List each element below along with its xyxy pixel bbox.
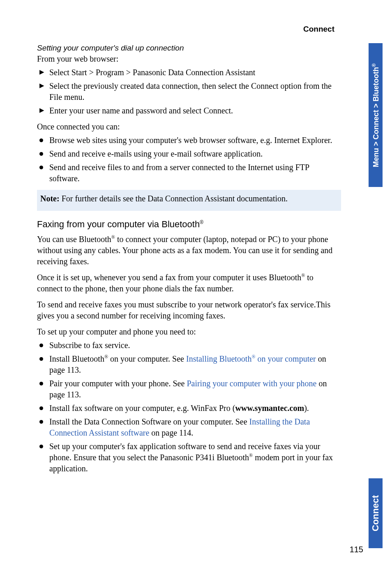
paragraph: You can use Bluetooth® to connect your c… <box>37 234 341 267</box>
setup-bullet-list: Subscribe to fax service. Install Blueto… <box>37 340 341 474</box>
note-label: Note: <box>40 194 60 203</box>
paragraph: To set up your computer and phone you ne… <box>37 326 341 337</box>
bullet-item: Browse web sites using your computer's w… <box>37 135 341 146</box>
section-heading-text: Faxing from your computer via Bluetooth <box>37 219 200 229</box>
bullet-item: Send and receive e-mails using your e-ma… <box>37 148 341 159</box>
bullet-item: Install the Data Connection Software on … <box>37 416 341 438</box>
page-header-title: Connect <box>37 25 341 34</box>
bullet-item: Install fax software on your computer, e… <box>37 403 341 414</box>
connected-bullet-list: Browse web sites using your computer's w… <box>37 135 341 184</box>
url-text: www.symantec.com <box>235 404 304 413</box>
registered-symbol: ® <box>249 452 253 458</box>
text-fragment: on your computer. See <box>108 354 186 363</box>
registered-symbol: ® <box>301 272 305 278</box>
sidebar-tab-section: Connect <box>369 478 383 548</box>
note-box: Note: For further details see the Data C… <box>37 190 341 211</box>
paragraph: Once it is set up, whenever you send a f… <box>37 272 341 294</box>
once-connected-text: Once connected you can: <box>37 121 341 132</box>
sidebar-bottom-text: Connect <box>370 495 381 531</box>
registered-symbol: ® <box>111 234 115 240</box>
arrow-step-item: Select the previously created data conne… <box>37 81 341 103</box>
note-text: For further details see the Data Connect… <box>60 194 288 203</box>
text-fragment: Install fax software on your computer, e… <box>49 404 235 413</box>
paragraph: To send and receive faxes you must subsc… <box>37 299 341 321</box>
text-fragment: Installing Bluetooth <box>186 354 251 363</box>
cross-reference-link[interactable]: Installing Bluetooth® on your computer <box>186 354 316 363</box>
bullet-item: Send and receive files to and from a ser… <box>37 162 341 184</box>
bullet-item: Install Bluetooth® on your computer. See… <box>37 353 341 376</box>
text-fragment: Install Bluetooth <box>49 354 104 363</box>
page-number: 115 <box>350 545 363 554</box>
text-fragment: You can use Bluetooth <box>37 235 111 244</box>
arrow-step-item: Select Start > Program > Panasonic Data … <box>37 67 341 78</box>
arrow-step-list: Select Start > Program > Panasonic Data … <box>37 67 341 116</box>
sidebar-top-text: Menu > Connect > Bluetooth <box>372 67 380 167</box>
sidebar-tab-breadcrumb: Menu > Connect > Bluetooth® <box>369 43 383 187</box>
registered-symbol: ® <box>104 354 108 360</box>
text-fragment: on your computer <box>256 354 316 363</box>
registered-symbol: ® <box>371 63 377 67</box>
text-fragment: Pair your computer with your phone. See <box>49 379 187 388</box>
registered-symbol: ® <box>251 354 255 360</box>
bullet-item: Subscribe to fax service. <box>37 340 341 351</box>
text-fragment: Install the Data Connection Software on … <box>49 417 249 426</box>
cross-reference-link[interactable]: Pairing your computer with your phone <box>187 379 316 388</box>
subsection-title-dialup: Setting your computer's dial up connecti… <box>37 44 341 53</box>
text-fragment: on page 114. <box>149 428 193 437</box>
registered-symbol: ® <box>200 219 203 225</box>
section-heading-faxing: Faxing from your computer via Bluetooth® <box>37 219 341 230</box>
text-fragment: ). <box>304 404 309 413</box>
bullet-item: Pair your computer with your phone. See … <box>37 378 341 400</box>
bullet-item: Set up your computer's fax application s… <box>37 441 341 474</box>
text-fragment: Once it is set up, whenever you send a f… <box>37 273 301 282</box>
intro-text: From your web browser: <box>37 53 341 65</box>
arrow-step-item: Enter your user name and password and se… <box>37 105 341 116</box>
